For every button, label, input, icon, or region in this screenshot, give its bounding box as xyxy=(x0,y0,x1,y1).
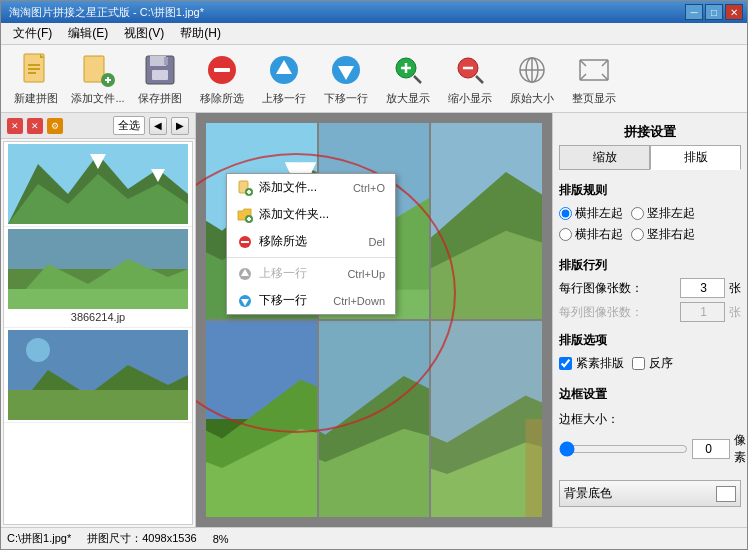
file-list-header: ✕ ✕ ⚙ 全选 ◀ ▶ xyxy=(1,113,195,139)
file-item-1[interactable] xyxy=(4,142,192,227)
file-item-2[interactable]: 3866214.jp xyxy=(4,227,192,328)
menu-file[interactable]: 文件(F) xyxy=(5,23,60,44)
move-down-label: 下移一行 xyxy=(324,91,368,106)
svg-line-25 xyxy=(476,76,483,83)
ctx-move-down[interactable]: 下移一行 Ctrl+Down xyxy=(227,287,395,314)
bg-color-button[interactable]: 背景底色 xyxy=(559,480,741,507)
move-up-button[interactable]: 上移一行 xyxy=(255,50,313,108)
remove-label: 移除所选 xyxy=(200,91,244,106)
border-size-label: 边框大小： xyxy=(559,411,619,428)
menu-help[interactable]: 帮助(H) xyxy=(172,23,229,44)
ctx-move-up-icon xyxy=(237,266,253,282)
reverse-checkbox[interactable] xyxy=(632,357,645,370)
fit-button[interactable]: 整页显示 xyxy=(565,50,623,108)
save-icon xyxy=(142,52,178,88)
color-swatch xyxy=(716,486,736,502)
svg-rect-10 xyxy=(150,56,166,66)
ctx-add-file-shortcut: Ctrl+O xyxy=(353,182,385,194)
remove-icon xyxy=(204,52,240,88)
toolbar: 新建拼图 添加文件... xyxy=(1,45,747,113)
menu-edit[interactable]: 编辑(E) xyxy=(60,23,116,44)
border-slider[interactable] xyxy=(559,441,688,457)
zoom-in-button[interactable]: 放大显示 xyxy=(379,50,437,108)
ctx-add-file-icon xyxy=(237,180,253,196)
new-button[interactable]: 新建拼图 xyxy=(7,50,65,108)
row-per-row-input[interactable] xyxy=(680,278,725,298)
file-list-body: 3866214.jp xyxy=(3,141,193,525)
svg-rect-76 xyxy=(248,190,250,194)
radio-row-2: 横排右起 竖排右起 xyxy=(559,226,741,243)
ctx-move-down-label: 下移一行 xyxy=(259,292,307,309)
reverse-option[interactable]: 反序 xyxy=(632,355,673,372)
radio-h-right[interactable]: 横排右起 xyxy=(559,226,623,243)
save-button[interactable]: 保存拼图 xyxy=(131,50,189,108)
status-zoom: 8% xyxy=(213,533,229,545)
tight-option[interactable]: 紧素排版 xyxy=(559,355,624,372)
radio-v-right-label: 竖排右起 xyxy=(647,226,695,243)
context-menu: 添加文件... Ctrl+O 添加文件夹... xyxy=(226,173,396,315)
layout-rules-title: 排版规则 xyxy=(559,182,741,199)
file-item-3[interactable] xyxy=(4,328,192,423)
main-window: 淘淘图片拼接之星正式版 - C:\拼图1.jpg* ─ □ ✕ 文件(F) 编辑… xyxy=(0,0,748,550)
zoom-in-label: 放大显示 xyxy=(386,91,430,106)
svg-rect-4 xyxy=(28,72,36,74)
radio-v-right[interactable]: 竖排右起 xyxy=(631,226,695,243)
row-per-row-setting: 每行图像张数： 张 xyxy=(559,278,741,298)
main-canvas[interactable]: 添加文件... Ctrl+O 添加文件夹... xyxy=(196,113,552,527)
row-per-row-unit: 张 xyxy=(729,280,741,297)
radio-h-right-input[interactable] xyxy=(559,228,572,241)
row-per-col-setting: 每列图像张数： 张 xyxy=(559,302,741,322)
tight-checkbox[interactable] xyxy=(559,357,572,370)
add-file-icon xyxy=(80,52,116,88)
zoom-in-icon xyxy=(390,52,426,88)
content-area: ✕ ✕ ⚙ 全选 ◀ ▶ xyxy=(1,113,747,527)
radio-v-left-label: 竖排左起 xyxy=(647,205,695,222)
reverse-label: 反序 xyxy=(649,355,673,372)
svg-rect-43 xyxy=(8,289,188,309)
add-file-button[interactable]: 添加文件... xyxy=(69,50,127,108)
tab-layout[interactable]: 排版 xyxy=(650,145,741,170)
move-down-button[interactable]: 下移一行 xyxy=(317,50,375,108)
ctx-move-down-icon xyxy=(237,293,253,309)
file-icon-3[interactable]: ⚙ xyxy=(47,118,63,134)
svg-rect-71 xyxy=(526,419,542,517)
file-icon-2[interactable]: ✕ xyxy=(27,118,43,134)
panel-title: 拼接设置 xyxy=(559,119,741,145)
ctx-remove[interactable]: 移除所选 Del xyxy=(227,228,395,255)
svg-rect-2 xyxy=(28,64,40,66)
svg-line-34 xyxy=(602,74,608,80)
radio-v-left-input[interactable] xyxy=(631,207,644,220)
select-all-button[interactable]: 全选 xyxy=(113,116,145,135)
ctx-move-up: 上移一行 Ctrl+Up xyxy=(227,260,395,287)
menu-view[interactable]: 视图(V) xyxy=(116,23,172,44)
nav-next-button[interactable]: ▶ xyxy=(171,117,189,135)
radio-h-left-label: 横排左起 xyxy=(575,205,623,222)
zoom-out-button[interactable]: 缩小显示 xyxy=(441,50,499,108)
move-up-icon xyxy=(266,52,302,88)
svg-line-32 xyxy=(602,60,608,66)
border-value-input[interactable] xyxy=(692,439,730,459)
radio-h-left-input[interactable] xyxy=(559,207,572,220)
svg-point-47 xyxy=(26,338,50,362)
nav-prev-button[interactable]: ◀ xyxy=(149,117,167,135)
maximize-button[interactable]: □ xyxy=(705,4,723,20)
svg-line-22 xyxy=(414,76,421,83)
svg-rect-12 xyxy=(164,57,168,65)
radio-v-left[interactable]: 竖排左起 xyxy=(631,205,695,222)
zoom-out-label: 缩小显示 xyxy=(448,91,492,106)
svg-rect-14 xyxy=(214,68,230,72)
save-label: 保存拼图 xyxy=(138,91,182,106)
minimize-button[interactable]: ─ xyxy=(685,4,703,20)
remove-button[interactable]: 移除所选 xyxy=(193,50,251,108)
svg-rect-8 xyxy=(107,77,109,83)
radio-h-left[interactable]: 横排左起 xyxy=(559,205,623,222)
original-button[interactable]: 原始大小 xyxy=(503,50,561,108)
row-per-col-label: 每列图像张数： xyxy=(559,304,676,321)
original-icon xyxy=(514,52,550,88)
file-icon-1[interactable]: ✕ xyxy=(7,118,23,134)
ctx-add-file[interactable]: 添加文件... Ctrl+O xyxy=(227,174,395,201)
ctx-add-folder[interactable]: 添加文件夹... xyxy=(227,201,395,228)
tab-zoom[interactable]: 缩放 xyxy=(559,145,650,169)
radio-v-right-input[interactable] xyxy=(631,228,644,241)
close-button[interactable]: ✕ xyxy=(725,4,743,20)
